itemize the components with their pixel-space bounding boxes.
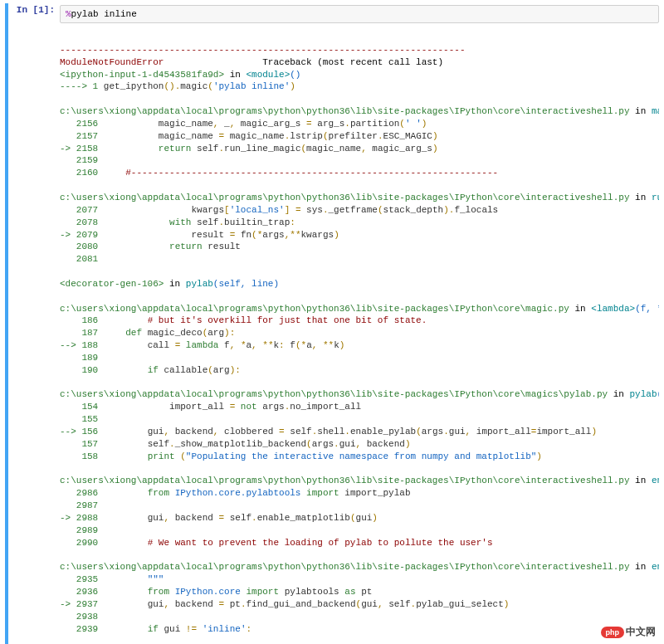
frame-path: c:\users\xiong\appdata\local\programs\py…	[60, 562, 630, 572]
code-input-area[interactable]: %pylab inline	[60, 5, 659, 23]
error-type: ModuleNotFoundError	[60, 57, 164, 67]
frame-path: c:\users\xiong\appdata\local\programs\py…	[60, 476, 630, 485]
magic-prefix: %	[66, 9, 71, 19]
frame-path: <decorator-gen-106>	[60, 279, 164, 289]
frame-path: c:\users\xiong\appdata\local\programs\py…	[60, 389, 608, 399]
traceback-header: Traceback (most recent call last)	[164, 57, 443, 67]
frame-path: c:\users\xiong\appdata\local\programs\py…	[60, 106, 630, 116]
frame-path: c:\users\xiong\appdata\local\programs\py…	[60, 304, 569, 314]
frame-path: c:\users\xiong\appdata\local\programs\py…	[60, 193, 630, 202]
cell-content: %pylab inline --------------------------…	[60, 5, 659, 644]
input-prompt: In [1]:	[17, 5, 55, 15]
watermark: php中文网	[601, 625, 657, 639]
watermark-badge: php	[601, 627, 625, 638]
magic-command: pylab inline	[71, 9, 137, 19]
frame-path: <ipython-input-1-d4543581fa9d>	[60, 70, 224, 80]
notebook-cell: In [1]: %pylab inline ------------------…	[5, 3, 659, 644]
arrow: ---->	[60, 81, 93, 91]
traceback-output: ----------------------------------------…	[60, 32, 659, 644]
watermark-text: 中文网	[626, 626, 656, 637]
traceback-separator: ----------------------------------------…	[60, 45, 465, 55]
prompt-column: In [1]:	[12, 5, 60, 644]
